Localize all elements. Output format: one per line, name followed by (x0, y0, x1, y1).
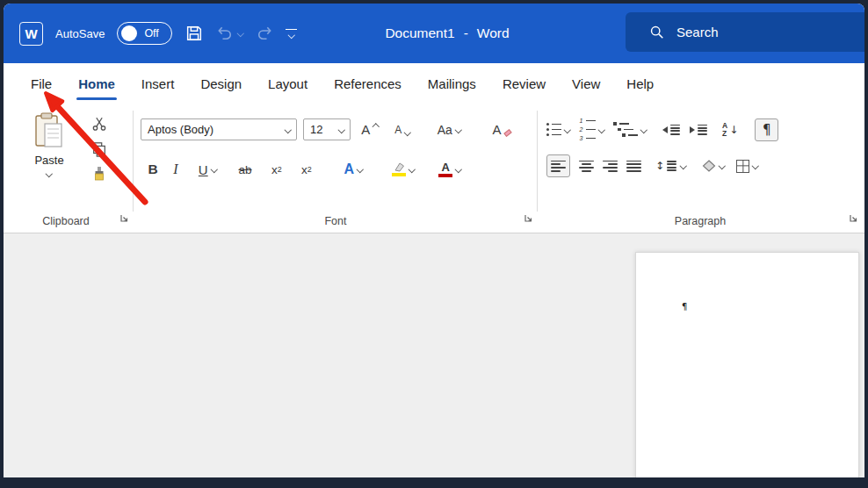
tab-insert[interactable]: Insert (128, 63, 188, 104)
tab-home-label: Home (78, 76, 115, 91)
shading-button[interactable] (702, 160, 725, 172)
search-box[interactable]: Search (626, 12, 864, 52)
search-label: Search (676, 25, 719, 39)
word-app-icon[interactable]: W (19, 22, 43, 46)
font-dialog-launcher[interactable] (524, 211, 533, 226)
tab-help-label: Help (626, 76, 654, 91)
tab-view[interactable]: View (559, 63, 613, 104)
align-right-button[interactable] (603, 161, 618, 172)
document-canvas: ¶ (4, 233, 864, 477)
titlebar: W AutoSave Off (4, 4, 864, 63)
bold-button[interactable]: B (144, 161, 162, 177)
tab-layout[interactable]: Layout (255, 63, 321, 104)
line-spacing-button[interactable]: ↕ (655, 160, 686, 172)
clipboard-group-label: Clipboard (14, 215, 118, 227)
tab-insert-label: Insert (141, 76, 175, 91)
decrease-indent-arrow-icon (662, 126, 668, 133)
tab-home[interactable]: Home (65, 63, 128, 104)
increase-indent-button[interactable] (690, 125, 707, 135)
underline-letter: U (199, 162, 208, 177)
multilevel-list-button[interactable] (613, 122, 646, 137)
copy-icon (91, 141, 107, 157)
eraser-icon (503, 129, 511, 137)
customize-chevron-icon (287, 32, 294, 39)
paste-dropdown-icon[interactable] (46, 170, 53, 177)
line-spacing-arrow-icon: ↕ (655, 160, 664, 172)
show-paragraph-marks-button[interactable]: ¶ (755, 118, 778, 141)
customize-bar (286, 29, 297, 30)
numbering-button[interactable] (580, 118, 604, 141)
subscript-base: x (271, 163, 278, 176)
paste-button[interactable]: Paste (21, 112, 77, 202)
font-color-button[interactable]: A (430, 161, 469, 177)
decrease-indent-button[interactable] (662, 125, 680, 135)
justify-button[interactable] (626, 161, 641, 172)
paste-label: Paste (34, 154, 63, 167)
paragraph-dialog-launcher[interactable] (849, 211, 858, 226)
tab-view-label: View (572, 76, 600, 91)
text-effects-dropdown-icon (357, 166, 364, 173)
app-name: Word (477, 25, 510, 41)
title-separator: - (464, 25, 468, 41)
undo-dropdown-icon[interactable] (237, 30, 244, 37)
tab-mailings[interactable]: Mailings (415, 63, 489, 104)
change-case-dropdown-icon (455, 126, 462, 133)
shading-dropdown-icon (718, 162, 725, 169)
ribbon-tabs: File Home Insert Design Layout Reference… (4, 63, 864, 104)
clear-formatting-button[interactable]: A (486, 122, 517, 137)
font-size-combobox[interactable]: 12 (303, 118, 351, 140)
text-effects-button[interactable]: A (334, 161, 373, 177)
justify-icon (626, 161, 641, 172)
bullets-button[interactable] (546, 123, 570, 136)
shrink-font-letter: A (394, 124, 401, 136)
shrink-font-button[interactable]: A (389, 124, 416, 136)
decrease-indent-lines-icon (670, 125, 680, 135)
align-right-icon (603, 161, 618, 172)
increase-indent-lines-icon (698, 125, 707, 135)
format-painter-icon (92, 167, 106, 182)
align-left-button[interactable] (546, 154, 570, 177)
subscript-button[interactable]: x2 (265, 163, 288, 176)
tab-file[interactable]: File (18, 63, 65, 104)
copy-button[interactable] (91, 141, 107, 157)
font-name-combobox[interactable]: Aptos (Body) (141, 118, 297, 140)
underline-button[interactable]: U (190, 162, 225, 177)
font-color-bar (438, 174, 452, 177)
customize-quick-access-icon[interactable] (286, 29, 297, 38)
strikethrough-button[interactable]: ab (232, 163, 258, 176)
font-color-dropdown-icon (455, 166, 462, 173)
borders-button[interactable] (736, 160, 758, 173)
align-left-icon (551, 161, 566, 172)
cut-button[interactable] (91, 116, 107, 132)
clipboard-dialog-launcher[interactable] (119, 211, 129, 226)
undo-icon[interactable] (216, 25, 234, 42)
window-title: Document1 - Word (339, 4, 555, 63)
save-icon[interactable] (184, 24, 204, 43)
tab-mailings-label: Mailings (428, 76, 476, 91)
ribbon: Paste (4, 104, 864, 233)
sort-button[interactable]: A Z ↓ (722, 122, 738, 137)
search-icon (649, 25, 664, 39)
line-spacing-dropdown-icon (680, 162, 687, 169)
sort-arrow-icon: ↓ (729, 124, 738, 136)
autosave-label: AutoSave (55, 27, 105, 40)
superscript-button[interactable]: x2 (295, 163, 318, 176)
align-center-button[interactable] (579, 161, 594, 172)
change-case-button[interactable]: Aa (429, 123, 469, 137)
font-name-dropdown-icon (284, 126, 291, 133)
tab-design[interactable]: Design (187, 63, 255, 104)
superscript-base: x (301, 163, 307, 176)
multilevel-list-icon (613, 122, 638, 137)
tab-review[interactable]: Review (489, 63, 559, 104)
document-page[interactable]: ¶ (635, 252, 859, 477)
italic-button[interactable]: I (169, 161, 183, 177)
tab-help[interactable]: Help (613, 63, 667, 104)
format-painter-button[interactable] (91, 167, 107, 182)
tab-references[interactable]: References (321, 63, 415, 104)
numbering-icon (580, 118, 596, 141)
redo-icon[interactable] (256, 25, 273, 42)
autosave-toggle[interactable]: Off (117, 22, 172, 45)
grow-font-button[interactable]: A (357, 122, 383, 137)
highlight-color-button[interactable] (383, 162, 423, 176)
pilcrow-icon: ¶ (763, 122, 771, 138)
